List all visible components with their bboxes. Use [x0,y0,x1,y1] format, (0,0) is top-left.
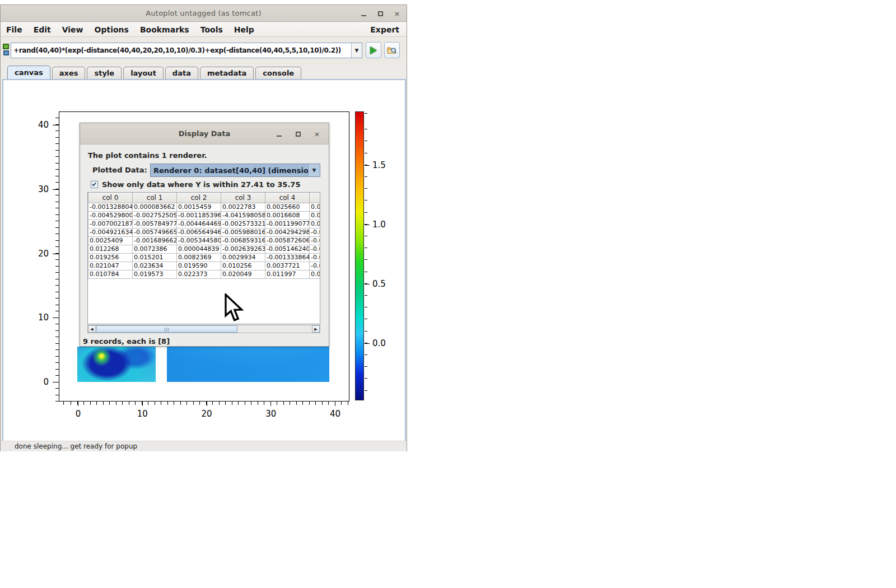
table-cell[interactable]: -0.006564946... [177,228,221,236]
table-cell[interactable]: 0.0022783 [221,203,265,211]
scrollbar-track[interactable] [96,325,312,333]
table-cell[interactable]: 0.019256 [88,253,133,262]
table-cell[interactable]: -0.005146240... [265,245,310,253]
table-cell[interactable]: -0.004464469... [177,220,221,228]
table-cell[interactable]: -0.005344580... [177,236,221,245]
plotted-data-combobox[interactable]: Renderer 0: dataset[40,40] (dimension...… [150,164,320,177]
table-cell[interactable]: 0.015201 [133,253,177,262]
tab[interactable]: metadata [200,67,254,79]
chevron-down-icon[interactable]: ▼ [308,164,320,176]
expert-mode-label[interactable]: Expert [370,25,407,34]
table-cell[interactable]: -0.002752505... [133,211,177,220]
table-cell[interactable]: -0.005872606... [265,236,310,245]
menu-item[interactable]: File [1,22,28,36]
table-cell[interactable]: 0.019590 [177,262,221,270]
table-cell[interactable]: 0.0025409 [88,236,133,245]
dialog-titlebar[interactable]: Display Data × [80,123,329,144]
table-header-cell[interactable]: col 0 [88,193,133,203]
table-row[interactable]: 0.0210470.0236340.0195900.0102560.003772… [88,262,321,270]
data-table-scrollpane[interactable]: col 0col 1col 2col 3col 4 -0.001328804..… [87,192,320,324]
table-row[interactable]: -0.007002187...-0.005784977...-0.0044644… [88,220,321,228]
table-cell[interactable]: 0.000044839 [177,245,221,253]
table-cell[interactable]: 0.011997 [265,270,310,278]
plot-go-button[interactable] [366,42,381,58]
filter-checkbox-label[interactable]: Show only data where Y is within 27.41 t… [102,180,300,189]
table-cell[interactable]: 0.022373 [177,270,221,278]
menu-item[interactable]: Edit [28,22,57,36]
dialog-close-icon[interactable]: × [313,130,321,138]
table-cell[interactable]: -0.0 [310,236,321,245]
table-row[interactable]: -0.001328804...0.0000836620.00154590.002… [88,203,321,211]
table-cell[interactable]: 0.0072386 [133,245,177,253]
table-cell[interactable]: -0.005784977... [133,220,177,228]
table-row[interactable]: -0.004529800...-0.002752505...-0.0011853… [88,211,321,220]
heatmap-slice-left[interactable] [77,347,156,382]
menu-item[interactable]: View [57,22,89,36]
table-cell[interactable]: 0.000083662 [133,203,177,211]
dialog-maximize-icon[interactable] [294,130,302,138]
table-header-cell[interactable] [310,193,321,203]
table-row[interactable]: 0.0192560.0152010.00823690.0029934-0.001… [88,253,321,262]
table-cell[interactable]: 0.00 [310,270,321,278]
table-cell[interactable]: 0.0025660 [265,203,310,211]
table-cell[interactable]: -0.001689662... [133,236,177,245]
minimize-icon[interactable] [360,10,367,17]
scroll-left-icon[interactable]: ◀ [88,325,96,333]
tab[interactable]: style [87,67,122,79]
dialog-minimize-icon[interactable] [275,130,283,138]
table-cell[interactable]: -0.0 [310,262,321,270]
close-icon[interactable]: × [393,10,401,17]
inspect-file-button[interactable] [384,42,400,58]
table-header-cell[interactable]: col 3 [221,193,265,203]
window-titlebar[interactable]: Autoplot untagged (as tomcat) × [1,5,407,22]
uri-dropdown-icon[interactable]: ▼ [351,43,362,58]
uri-input[interactable]: +rand(40,40)*(exp(-distance(40,40,20,20,… [11,43,362,58]
table-cell[interactable]: -0.007002187... [88,220,133,228]
table-cell[interactable]: -4.041598058... [221,211,265,220]
table-cell[interactable]: 0.00 [310,220,321,228]
table-row[interactable]: -0.004921634...-0.005749665...-0.0065649… [88,228,321,236]
table-cell[interactable]: -0.002639263... [221,245,265,253]
table-cell[interactable]: -0.006859316... [221,236,265,245]
tab[interactable]: data [165,67,198,79]
table-cell[interactable]: -0.001199077... [265,220,310,228]
table-cell[interactable]: -0.001185396... [177,211,221,220]
table-cell[interactable]: -0.001333864... [265,253,310,262]
menu-item[interactable]: Tools [195,22,228,36]
table-cell[interactable]: -0.005749665... [133,228,177,236]
table-header-cell[interactable]: col 4 [265,193,310,203]
table-cell[interactable]: -0.005988016... [221,228,265,236]
table-cell[interactable]: 0.0015459 [177,203,221,211]
table-cell[interactable]: 0.020049 [221,270,265,278]
table-cell[interactable]: 0.019573 [133,270,177,278]
table-header-cell[interactable]: col 2 [177,193,221,203]
menu-item[interactable]: Options [89,22,134,36]
scroll-right-icon[interactable]: ▶ [312,325,320,333]
table-cell[interactable]: 0.021047 [88,262,133,270]
table-cell[interactable]: -0.0 [310,253,321,262]
menu-item[interactable]: Help [228,22,260,36]
scrollbar-thumb[interactable] [96,325,237,333]
table-cell[interactable]: 0.010256 [221,262,265,270]
tab[interactable]: canvas [7,66,50,79]
table-row[interactable]: 0.0122680.00723860.000044839-0.002639263… [88,245,321,253]
table-cell[interactable]: 0.00 [310,211,321,220]
table-cell[interactable]: 0.0016608 [265,211,310,220]
table-cell[interactable]: -0.001328804... [88,203,133,211]
table-cell[interactable]: -0.002573321... [221,220,265,228]
table-row[interactable]: 0.0107840.0195730.0223730.0200490.011997… [88,270,321,278]
menu-item[interactable]: Bookmarks [134,22,195,36]
table-cell[interactable]: -0.004294298... [265,228,310,236]
table-cell[interactable]: -0.0 [310,228,321,236]
table-header-cell[interactable]: col 1 [133,193,177,203]
table-cell[interactable]: 0.023634 [133,262,177,270]
table-cell[interactable]: 0.010784 [88,270,133,278]
tab[interactable]: layout [123,67,164,79]
table-cell[interactable]: 0.00 [310,203,321,211]
table-cell[interactable]: 0.012268 [88,245,133,253]
filter-checkbox[interactable] [91,181,98,188]
table-cell[interactable]: 0.0082369 [177,253,221,262]
tab[interactable]: console [255,67,301,79]
table-cell[interactable]: -0.004529800... [88,211,133,220]
horizontal-scrollbar[interactable]: ◀ ▶ [87,325,320,333]
